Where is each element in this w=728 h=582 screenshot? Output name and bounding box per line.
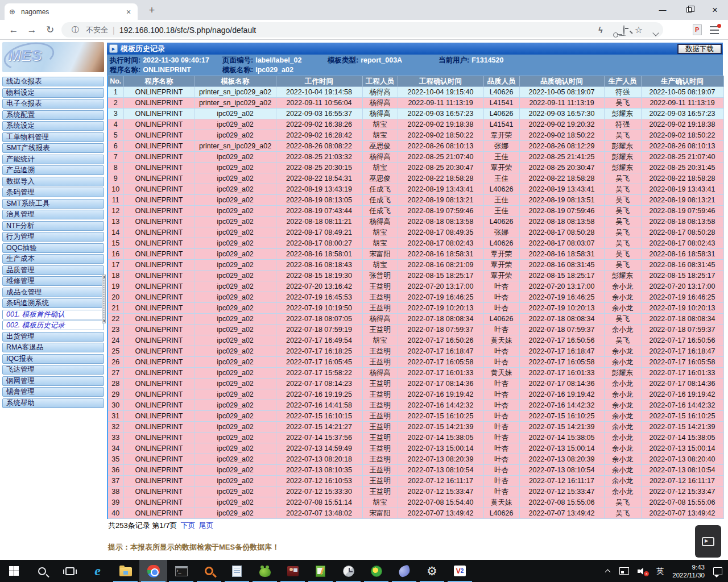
sidebar-item[interactable]: 产品追溯 [2, 165, 104, 175]
vnc-viewer-icon[interactable]: V2 [446, 560, 474, 582]
template-name-link[interactable]: ipc029_a02 [195, 476, 276, 487]
pip-overlay-widget[interactable] [695, 525, 721, 558]
sidebar-subitem[interactable]: 002. 模板历史记录 [2, 321, 104, 330]
template-name-link[interactable]: ipc029_a02 [195, 325, 276, 335]
toad-db-icon[interactable] [251, 560, 279, 582]
sidebar-subitem[interactable]: 001. 模板首件确认 [2, 310, 104, 319]
window-restore-button[interactable] [676, 0, 702, 20]
sidebar-item[interactable]: 条码管理 [2, 188, 104, 197]
template-name-link[interactable]: ipc029_a02 [195, 400, 276, 411]
template-name-link[interactable]: ipc029_a02 [195, 314, 276, 325]
taskbar-clock[interactable]: 9:43 2022/11/30 [672, 563, 705, 579]
template-name-link[interactable]: ipc029_a02 [195, 465, 276, 476]
tab-close-icon[interactable]: × [124, 7, 133, 16]
template-name-link[interactable]: ipc029_a02 [195, 227, 276, 238]
template-name-link[interactable]: ipc029_a02 [195, 433, 276, 443]
template-name-link[interactable]: ipc029_a02 [195, 497, 276, 508]
chrome-icon[interactable] [139, 560, 167, 582]
flash-icon[interactable]: ϟ [598, 26, 602, 35]
notepad-icon[interactable] [223, 560, 251, 582]
sidebar-item[interactable]: 电子仓报表 [2, 99, 104, 109]
antivirus-shield-icon[interactable] [362, 560, 390, 582]
internet-explorer-icon[interactable]: e [84, 560, 111, 582]
template-name-link[interactable]: ipc029_a02 [195, 173, 276, 184]
dolphin-db-icon[interactable] [390, 560, 418, 582]
template-name-link[interactable]: ipc029_a02 [195, 487, 276, 497]
pdf-extension-icon[interactable] [693, 24, 702, 35]
sidebar-item[interactable]: 行为管理 [2, 232, 104, 242]
template-name-link[interactable]: ipc029_a02 [195, 206, 276, 217]
template-name-link[interactable]: ipc029_a02 [195, 130, 276, 141]
template-name-link[interactable]: ipc029_a02 [195, 389, 276, 400]
template-name-link[interactable]: ipc029_a02 [195, 357, 276, 368]
template-name-link[interactable]: ipc029_a02 [195, 335, 276, 346]
task-view-icon[interactable] [56, 560, 84, 582]
download-data-button[interactable]: 数据下载 [677, 44, 722, 54]
info-icon[interactable]: ⓘ [72, 25, 79, 35]
sidebar-item[interactable]: 出货管理 [2, 332, 104, 342]
template-name-link[interactable]: printer_sn_ipc029_a02 [195, 141, 276, 152]
reload-button[interactable]: ↻ [43, 23, 57, 37]
sidebar-splitter-handle[interactable]: ◄◄ [102, 275, 106, 323]
template-name-link[interactable]: ipc029_a02 [195, 184, 276, 195]
template-name-link[interactable]: ipc029_a02 [195, 260, 276, 271]
action-center-icon[interactable] [713, 567, 722, 575]
template-name-link[interactable]: ipc029_a02 [195, 368, 276, 379]
template-name-link[interactable]: printer_sn_ipc029_a02 [195, 87, 276, 98]
start-button[interactable] [0, 560, 28, 582]
bookmark-star-icon[interactable]: ☆ [635, 24, 643, 35]
browser-tab[interactable]: ⊕ nagomes × [5, 3, 138, 20]
taskbar-search-icon[interactable] [28, 560, 56, 582]
template-name-link[interactable]: ipc029_a02 [195, 238, 276, 249]
url-text[interactable]: 192.168.100.18/sfc/S.php/nago/default [119, 26, 599, 35]
template-name-link[interactable]: ipc029_a02 [195, 508, 276, 519]
sidebar-item[interactable]: 生产成本 [2, 254, 104, 264]
volume-muted-icon[interactable]: × [638, 567, 648, 575]
template-name-link[interactable]: ipc029_a02 [195, 152, 276, 163]
sidebar-item[interactable]: 成品仓管理 [2, 288, 104, 297]
sidebar-item[interactable]: 锡膏管理 [2, 387, 104, 397]
window-close-button[interactable]: × [702, 0, 728, 20]
sidebar-item[interactable]: 产能统计 [2, 155, 104, 164]
sidebar-item[interactable]: 品质管理 [2, 265, 104, 275]
sidebar-item[interactable]: RMA客退品 [2, 343, 104, 352]
template-name-link[interactable]: ipc029_a02 [195, 454, 276, 465]
template-name-link[interactable]: printer_sn_ipc029_a02 [195, 98, 276, 109]
template-name-link[interactable]: ipc029_a02 [195, 411, 276, 422]
tray-expand-icon[interactable] [605, 568, 611, 574]
new-tab-button[interactable]: + [146, 4, 158, 16]
zoom-out-icon[interactable] [623, 26, 624, 35]
remote-desktop-icon[interactable] [279, 560, 307, 582]
sidebar-item[interactable]: IQC报表 [2, 354, 104, 364]
file-explorer-icon[interactable] [111, 560, 139, 582]
search-tool-icon[interactable] [195, 560, 223, 582]
template-name-link[interactable]: ipc029_a02 [195, 163, 276, 173]
template-name-link[interactable]: ipc029_a02 [195, 119, 276, 130]
ime-language-indicator[interactable]: 英 [656, 566, 664, 576]
template-name-link[interactable]: ipc029_a02 [195, 271, 276, 281]
clock-app-icon[interactable] [334, 560, 362, 582]
sidebar-item[interactable]: 治具管理 [2, 210, 104, 219]
sidebar-item[interactable]: 工单物料管理 [2, 132, 104, 142]
settings-gear-icon[interactable]: ⚙ [418, 560, 446, 582]
template-name-link[interactable]: ipc029_a02 [195, 249, 276, 260]
sidebar-item[interactable]: 系统配置 [2, 110, 104, 120]
forward-button[interactable]: → [25, 23, 39, 37]
terminal-icon[interactable] [167, 560, 195, 582]
sidebar-item[interactable]: 线边仓报表 [2, 77, 104, 86]
sidebar-item[interactable]: 钢网管理 [2, 376, 104, 386]
sidebar-item[interactable]: 数据导入 [2, 177, 104, 186]
template-name-link[interactable]: ipc029_a02 [195, 292, 276, 303]
sidebar-item[interactable]: SMT产线报表 [2, 143, 104, 153]
sidebar-item[interactable]: 物料设定 [2, 88, 104, 98]
template-name-link[interactable]: ipc029_a02 [195, 303, 276, 314]
sidebar-item[interactable]: 系统设定 [2, 121, 104, 131]
template-name-link[interactable]: ipc029_a02 [195, 109, 276, 119]
next-page-link[interactable]: 下页 [180, 521, 195, 530]
sidebar-item[interactable]: 系统帮助 [2, 398, 104, 408]
network-icon[interactable] [619, 567, 629, 575]
template-name-link[interactable]: ipc029_a02 [195, 195, 276, 206]
template-name-link[interactable]: ipc029_a02 [195, 217, 276, 227]
browser-menu-icon[interactable] [710, 26, 719, 34]
template-name-link[interactable]: ipc029_a02 [195, 443, 276, 454]
